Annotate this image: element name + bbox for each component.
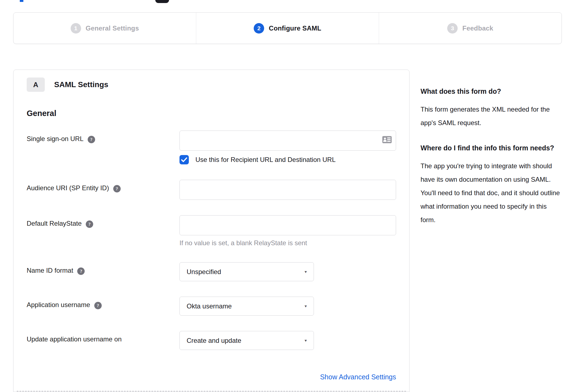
step-configure-saml[interactable]: 2 Configure SAML bbox=[196, 13, 379, 44]
step-general-settings[interactable]: 1 General Settings bbox=[13, 13, 196, 44]
field-label: Audience URI (SP Entity ID) ? bbox=[27, 180, 179, 192]
single-sign-on-url-input[interactable] bbox=[179, 131, 396, 151]
step-label: Configure SAML bbox=[269, 24, 321, 32]
field-label-text: Name ID format bbox=[27, 267, 73, 274]
dashed-section-divider bbox=[17, 391, 406, 391]
help-icon[interactable]: ? bbox=[113, 185, 121, 192]
field-label: Single sign-on URL ? bbox=[27, 131, 179, 143]
form-row-default-relaystate: Default RelayState ? If no value is set,… bbox=[27, 215, 396, 247]
field-label: Default RelayState ? bbox=[27, 215, 179, 228]
wizard-stepper: 1 General Settings 2 Configure SAML 3 Fe… bbox=[13, 12, 562, 44]
update-application-username-select[interactable]: Create and update ▼ bbox=[179, 331, 314, 350]
default-relaystate-input[interactable] bbox=[179, 215, 396, 235]
help-sidebar: What does this form do? This form genera… bbox=[421, 70, 562, 227]
contact-card-icon bbox=[382, 136, 392, 145]
recipient-url-checkbox-row[interactable]: Use this for Recipient URL and Destinati… bbox=[179, 155, 396, 164]
help-heading-what: What does this form do? bbox=[421, 85, 562, 98]
saml-settings-card: A SAML Settings General Single sign-on U… bbox=[13, 70, 410, 392]
section-a-badge: A bbox=[27, 78, 45, 92]
help-icon[interactable]: ? bbox=[86, 220, 93, 228]
field-label-text: Default RelayState bbox=[27, 220, 82, 227]
checkbox-checked[interactable] bbox=[179, 155, 189, 164]
checkmark-icon bbox=[181, 157, 187, 162]
form-row-update-application-username: Update application username on Create an… bbox=[27, 331, 396, 350]
relaystate-hint: If no value is set, a blank RelayState i… bbox=[179, 239, 396, 247]
step-label: Feedback bbox=[462, 24, 493, 32]
form-row-audience-uri: Audience URI (SP Entity ID) ? bbox=[27, 180, 396, 200]
help-paragraph-where: The app you're trying to integrate with … bbox=[421, 159, 562, 227]
field-label: Application username ? bbox=[27, 297, 179, 309]
help-icon[interactable]: ? bbox=[94, 302, 102, 309]
field-label-text: Application username bbox=[27, 301, 90, 309]
field-label-text: Single sign-on URL bbox=[27, 135, 84, 143]
cut-off-blue-element bbox=[20, 0, 23, 2]
audience-uri-input[interactable] bbox=[179, 180, 396, 200]
form-row-single-sign-on-url: Single sign-on URL ? bbox=[27, 131, 396, 164]
name-id-format-select[interactable]: Unspecified ▼ bbox=[179, 262, 314, 281]
step-number-badge: 1 bbox=[71, 23, 81, 34]
form-row-application-username: Application username ? Okta username ▼ bbox=[27, 297, 396, 316]
form-row-name-id-format: Name ID format ? Unspecified ▼ bbox=[27, 262, 396, 281]
section-title: SAML Settings bbox=[54, 80, 108, 89]
help-paragraph-what: This form generates the XML needed for t… bbox=[421, 103, 562, 129]
chevron-down-icon: ▼ bbox=[304, 270, 308, 274]
step-label: General Settings bbox=[86, 24, 139, 32]
step-number-badge: 3 bbox=[447, 23, 458, 34]
field-control bbox=[179, 180, 396, 200]
select-value: Create and update bbox=[187, 337, 241, 344]
checkbox-label: Use this for Recipient URL and Destinati… bbox=[195, 156, 336, 164]
help-heading-where: Where do I find the info this form needs… bbox=[421, 142, 562, 154]
field-control: Use this for Recipient URL and Destinati… bbox=[179, 131, 396, 164]
select-value: Okta username bbox=[187, 302, 232, 310]
field-label-text: Audience URI (SP Entity ID) bbox=[27, 184, 109, 192]
step-number-badge: 2 bbox=[254, 23, 264, 34]
help-icon[interactable]: ? bbox=[88, 136, 95, 143]
cut-off-dark-element bbox=[155, 0, 169, 3]
advanced-settings-row: Show Advanced Settings bbox=[27, 373, 396, 381]
show-advanced-settings-link[interactable]: Show Advanced Settings bbox=[320, 373, 396, 381]
chevron-down-icon: ▼ bbox=[304, 304, 308, 308]
field-control: If no value is set, a blank RelayState i… bbox=[179, 215, 396, 247]
select-value: Unspecified bbox=[187, 268, 221, 276]
card-header: A SAML Settings bbox=[27, 78, 396, 92]
application-username-select[interactable]: Okta username ▼ bbox=[179, 297, 314, 316]
field-label-text: Update application username on bbox=[27, 335, 122, 343]
field-label: Name ID format ? bbox=[27, 262, 179, 275]
help-icon[interactable]: ? bbox=[77, 267, 85, 275]
chevron-down-icon: ▼ bbox=[304, 339, 308, 343]
field-label: Update application username on bbox=[27, 331, 179, 343]
general-group-title: General bbox=[27, 109, 396, 118]
step-feedback[interactable]: 3 Feedback bbox=[379, 13, 562, 44]
